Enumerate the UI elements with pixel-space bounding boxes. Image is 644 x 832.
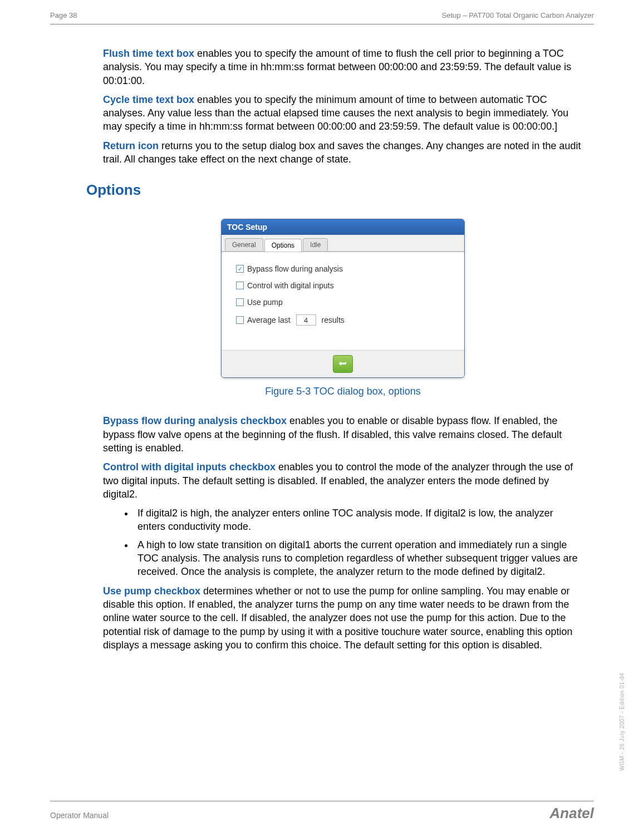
pump-label: Use pump xyxy=(247,298,283,307)
dialog-footer xyxy=(222,350,464,377)
tab-general[interactable]: General xyxy=(225,238,263,251)
paragraph-flush: Flush time text box enables you to speci… xyxy=(103,47,583,87)
bypass-desc-term: Bypass flow during analysis checkbox xyxy=(103,415,287,426)
checkbox-unchecked-icon[interactable] xyxy=(236,316,244,324)
footer-right-brand: Anatel xyxy=(550,805,594,822)
bypass-checkbox-row[interactable]: ✓ Bypass flow during analysis xyxy=(236,264,450,273)
toc-setup-dialog: TOC Setup General Options Idle ✓ Bypass … xyxy=(221,219,465,378)
return-button[interactable] xyxy=(333,355,353,373)
header-divider xyxy=(50,24,594,24)
checkbox-unchecked-icon[interactable] xyxy=(236,282,244,289)
control-bullets: If digital2 is high, the analyzer enters… xyxy=(103,506,583,578)
control-checkbox-row[interactable]: Control with digital inputs xyxy=(236,281,450,290)
options-heading: Options xyxy=(86,181,583,199)
avg-pre-label: Average last xyxy=(247,316,291,324)
dialog-title: TOC Setup xyxy=(222,219,464,235)
tab-row: General Options Idle xyxy=(222,235,464,252)
return-term: Return icon xyxy=(103,140,159,151)
paragraph-bypass: Bypass flow during analysis checkbox ena… xyxy=(103,414,583,455)
flush-term: Flush time text box xyxy=(103,48,194,59)
paragraph-cycle: Cycle time text box enables you to speci… xyxy=(103,93,583,134)
list-item: If digital2 is high, the analyzer enters… xyxy=(134,506,583,534)
paragraph-return: Return icon returns you to the setup dia… xyxy=(103,139,583,166)
figure-caption: Figure 5-3 TOC dialog box, options xyxy=(265,386,421,397)
pump-checkbox-row[interactable]: Use pump xyxy=(236,298,450,307)
avg-input[interactable]: 4 xyxy=(296,314,316,326)
list-item: A high to low state transition on digita… xyxy=(134,538,583,579)
paragraph-control: Control with digital inputs checkbox ena… xyxy=(103,460,583,501)
paragraph-pump: Use pump checkbox determines whether or … xyxy=(103,584,583,652)
pump-desc-term: Use pump checkbox xyxy=(103,585,200,597)
side-revision-text: WGM - 26 July 2007 - Edition 01-d4 xyxy=(619,673,625,771)
tab-idle[interactable]: Idle xyxy=(303,238,328,251)
avg-post-label: results xyxy=(322,316,345,324)
control-desc-term: Control with digital inputs checkbox xyxy=(103,461,276,472)
return-text: returns you to the setup dialog box and … xyxy=(103,140,581,165)
cycle-term: Cycle time text box xyxy=(103,94,194,105)
header-title: Setup – PAT700 Total Organic Carbon Anal… xyxy=(442,11,594,19)
footer-divider xyxy=(50,801,594,801)
control-label: Control with digital inputs xyxy=(247,281,334,290)
dialog-body: ✓ Bypass flow during analysis Control wi… xyxy=(222,252,464,350)
return-arrow-icon xyxy=(337,359,348,369)
tab-options[interactable]: Options xyxy=(264,239,302,252)
bypass-label: Bypass flow during analysis xyxy=(247,264,343,273)
checkbox-checked-icon[interactable]: ✓ xyxy=(236,265,244,273)
average-checkbox-row[interactable]: Average last 4 results xyxy=(236,314,450,326)
checkbox-unchecked-icon[interactable] xyxy=(236,298,244,306)
page-number: Page 38 xyxy=(50,11,77,19)
footer-left: Operator Manual xyxy=(50,811,109,820)
